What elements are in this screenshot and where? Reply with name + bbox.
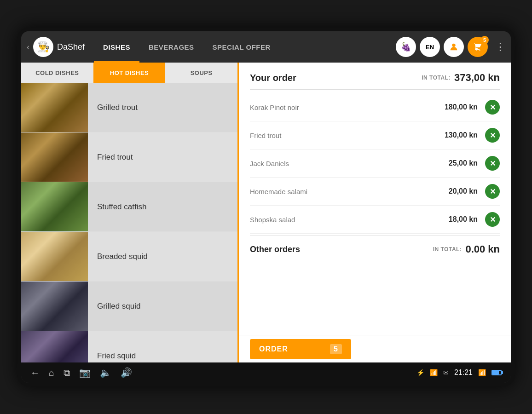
order-button-count: 5 — [330, 344, 342, 354]
order-item-price: 25,00 kn — [436, 159, 478, 167]
dish-image-placeholder — [21, 331, 88, 362]
dish-name: Fried squid — [88, 351, 237, 361]
grape-icon-button[interactable]: 🍇 — [396, 37, 416, 57]
order-item-price: 130,00 kn — [436, 131, 478, 139]
dish-image — [21, 83, 88, 132]
cart-badge: 5 — [480, 36, 489, 44]
volume-down-icon[interactable]: 🔈 — [100, 367, 111, 378]
home-icon[interactable]: ⌂ — [49, 368, 54, 378]
order-item-name: Shopska salad — [250, 216, 436, 224]
camera-icon[interactable]: 📷 — [79, 367, 91, 378]
remove-item-button[interactable]: ✕ — [485, 100, 500, 115]
list-item[interactable]: Fried trout — [21, 132, 237, 182]
dish-image-placeholder — [21, 83, 88, 132]
remove-item-button[interactable]: ✕ — [485, 156, 500, 171]
order-item: Fried trout 130,00 kn ✕ — [250, 121, 500, 150]
order-item: Homemade salami 20,00 kn ✕ — [250, 178, 500, 206]
usb-icon: ⚡ — [416, 369, 424, 376]
signal-icon: 📶 — [430, 369, 438, 376]
status-bar: ← ⌂ ⧉ 📷 🔈 🔊 ⚡ 📶 ✉ 21:21 📶 — [21, 362, 511, 383]
order-header: Your order IN TOTAL: 373,00 kn — [250, 72, 500, 90]
dish-name: Breaded squid — [88, 252, 237, 261]
back-button[interactable]: ‹ — [27, 42, 29, 52]
order-footer: ORDER 5 — [239, 335, 511, 362]
wifi-icon: 📶 — [478, 369, 486, 376]
logo-area: 👨‍🍳 DaShef — [33, 37, 85, 57]
remove-item-button[interactable]: ✕ — [485, 184, 500, 199]
list-item[interactable]: Grilled squid — [21, 282, 237, 331]
order-item: Korak Pinot noir 180,00 kn ✕ — [250, 93, 500, 121]
sub-tab-hot-dishes[interactable]: HOT DISHES — [93, 63, 166, 83]
dish-image — [21, 331, 88, 362]
dish-list: Grilled trout Fried trout Stuffed catfis… — [21, 83, 237, 362]
remove-item-button[interactable]: ✕ — [485, 128, 500, 143]
dish-name: Fried trout — [88, 153, 237, 162]
status-right: ⚡ 📶 ✉ 21:21 📶 — [416, 368, 502, 377]
app-name: DaShef — [57, 42, 85, 52]
dish-image-placeholder — [21, 132, 88, 182]
other-in-total-label: IN TOTAL: — [433, 246, 462, 253]
tablet-shell: ‹ 👨‍🍳 DaShef DISHES BEVERAGES SPECIAL OF… — [17, 28, 515, 386]
nav-tabs: DISHES BEVERAGES SPECIAL OFFER — [94, 31, 396, 63]
dish-name: Stuffed catfish — [88, 202, 237, 212]
order-item-name: Fried trout — [250, 132, 436, 139]
cart-icon-button[interactable]: 5 — [468, 37, 488, 57]
dish-name: Grilled squid — [88, 302, 237, 311]
remove-item-button[interactable]: ✕ — [485, 212, 500, 227]
other-orders-amount: 0.00 kn — [465, 243, 500, 255]
order-item-price: 20,00 kn — [436, 187, 478, 196]
sub-tab-soups[interactable]: SOUPS — [165, 63, 237, 83]
main-area: COLD DISHES HOT DISHES SOUPS Grilled tro… — [21, 63, 511, 362]
order-item-price: 180,00 kn — [436, 103, 478, 111]
other-orders-title: Other orders — [250, 245, 300, 254]
list-item[interactable]: Breaded squid — [21, 232, 237, 282]
order-item: Jack Daniels 25,00 kn ✕ — [250, 150, 500, 178]
tab-beverages[interactable]: BEVERAGES — [139, 31, 203, 63]
dish-name: Grilled trout — [88, 103, 237, 112]
order-button-label: ORDER — [259, 345, 288, 353]
left-panel: COLD DISHES HOT DISHES SOUPS Grilled tro… — [21, 63, 237, 362]
tab-dishes[interactable]: DISHES — [94, 31, 139, 63]
dish-image — [21, 232, 88, 281]
order-total: 373,00 kn — [454, 72, 500, 84]
in-total-label: IN TOTAL: — [422, 75, 451, 81]
dish-image — [21, 132, 88, 182]
dish-image — [21, 282, 88, 331]
other-orders-total: IN TOTAL: 0.00 kn — [433, 243, 500, 255]
list-item[interactable]: Stuffed catfish — [21, 182, 237, 232]
more-options-button[interactable]: ⋮ — [495, 41, 505, 53]
status-icons-left: ← ⌂ ⧉ 📷 🔈 🔊 — [30, 367, 416, 378]
sub-tab-cold-dishes[interactable]: COLD DISHES — [21, 63, 93, 83]
list-item[interactable]: Grilled trout — [21, 83, 237, 132]
volume-up-icon[interactable]: 🔊 — [121, 367, 132, 378]
status-time: 21:21 — [454, 368, 473, 377]
top-bar: ‹ 👨‍🍳 DaShef DISHES BEVERAGES SPECIAL OF… — [21, 31, 511, 63]
order-item-name: Homemade salami — [250, 188, 436, 196]
order-total-area: IN TOTAL: 373,00 kn — [422, 72, 500, 84]
dish-image — [21, 182, 88, 231]
dish-image-placeholder — [21, 182, 88, 231]
dish-image-placeholder — [21, 232, 88, 281]
notification-icon: ✉ — [443, 369, 449, 376]
dish-image-placeholder — [21, 282, 88, 331]
recents-icon[interactable]: ⧉ — [64, 368, 70, 378]
battery-icon — [492, 370, 502, 375]
tab-special-offer[interactable]: SPECIAL OFFER — [203, 31, 280, 63]
other-orders-header: Other orders IN TOTAL: 0.00 kn — [250, 236, 500, 259]
svg-point-0 — [452, 44, 455, 47]
order-item-price: 18,00 kn — [436, 215, 478, 224]
order-content: Your order IN TOTAL: 373,00 kn Korak Pin… — [239, 63, 511, 335]
order-item-name: Korak Pinot noir — [250, 104, 436, 111]
language-button[interactable]: EN — [420, 37, 440, 57]
list-item[interactable]: Fried squid — [21, 331, 237, 362]
order-button[interactable]: ORDER 5 — [250, 339, 351, 359]
order-item: Shopska salad 18,00 kn ✕ — [250, 206, 500, 234]
top-icons: 🍇 EN 5 ⋮ — [396, 37, 505, 57]
logo-icon: 👨‍🍳 — [33, 37, 53, 57]
order-title: Your order — [250, 73, 296, 83]
order-panel: Your order IN TOTAL: 373,00 kn Korak Pin… — [237, 63, 511, 362]
person-icon-button[interactable] — [444, 37, 464, 57]
order-item-name: Jack Daniels — [250, 160, 436, 167]
back-nav-icon[interactable]: ← — [30, 368, 40, 378]
sub-tabs: COLD DISHES HOT DISHES SOUPS — [21, 63, 237, 83]
